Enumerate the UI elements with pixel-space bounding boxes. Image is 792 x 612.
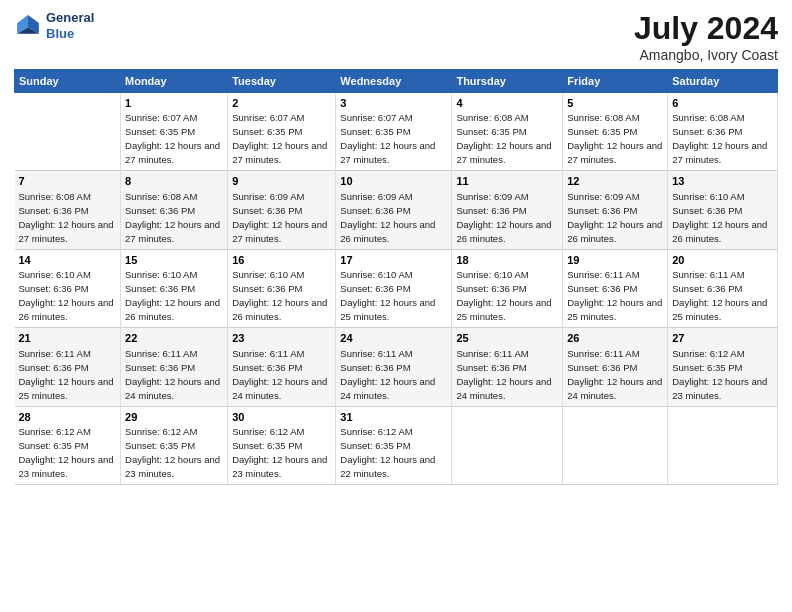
table-row: 12 Sunrise: 6:09 AMSunset: 6:36 PMDaylig…	[563, 171, 668, 249]
cell-info: Sunrise: 6:08 AMSunset: 6:36 PMDaylight:…	[19, 191, 114, 244]
table-row: 7 Sunrise: 6:08 AMSunset: 6:36 PMDayligh…	[15, 171, 121, 249]
logo-icon	[14, 12, 42, 40]
header: General Blue July 2024 Amangbo, Ivory Co…	[14, 10, 778, 63]
day-number: 28	[19, 410, 117, 425]
day-number: 9	[232, 174, 331, 189]
table-row	[15, 93, 121, 171]
day-number: 19	[567, 253, 663, 268]
cell-info: Sunrise: 6:11 AMSunset: 6:36 PMDaylight:…	[567, 348, 662, 401]
table-row: 22 Sunrise: 6:11 AMSunset: 6:36 PMDaylig…	[121, 328, 228, 406]
day-number: 12	[567, 174, 663, 189]
cell-info: Sunrise: 6:11 AMSunset: 6:36 PMDaylight:…	[456, 348, 551, 401]
table-row: 21 Sunrise: 6:11 AMSunset: 6:36 PMDaylig…	[15, 328, 121, 406]
table-row: 3 Sunrise: 6:07 AMSunset: 6:35 PMDayligh…	[336, 93, 452, 171]
cell-info: Sunrise: 6:07 AMSunset: 6:35 PMDaylight:…	[125, 112, 220, 165]
cell-info: Sunrise: 6:10 AMSunset: 6:36 PMDaylight:…	[340, 269, 435, 322]
cell-info: Sunrise: 6:11 AMSunset: 6:36 PMDaylight:…	[232, 348, 327, 401]
cell-info: Sunrise: 6:07 AMSunset: 6:35 PMDaylight:…	[232, 112, 327, 165]
cell-info: Sunrise: 6:10 AMSunset: 6:36 PMDaylight:…	[232, 269, 327, 322]
cell-info: Sunrise: 6:10 AMSunset: 6:36 PMDaylight:…	[125, 269, 220, 322]
cell-info: Sunrise: 6:11 AMSunset: 6:36 PMDaylight:…	[340, 348, 435, 401]
logo: General Blue	[14, 10, 94, 41]
table-row: 29 Sunrise: 6:12 AMSunset: 6:35 PMDaylig…	[121, 406, 228, 484]
page-container: General Blue July 2024 Amangbo, Ivory Co…	[0, 0, 792, 495]
table-row: 25 Sunrise: 6:11 AMSunset: 6:36 PMDaylig…	[452, 328, 563, 406]
title-block: July 2024 Amangbo, Ivory Coast	[634, 10, 778, 63]
subtitle: Amangbo, Ivory Coast	[634, 47, 778, 63]
day-number: 14	[19, 253, 117, 268]
col-thursday: Thursday	[452, 70, 563, 93]
table-row: 11 Sunrise: 6:09 AMSunset: 6:36 PMDaylig…	[452, 171, 563, 249]
table-row: 19 Sunrise: 6:11 AMSunset: 6:36 PMDaylig…	[563, 249, 668, 327]
table-row: 24 Sunrise: 6:11 AMSunset: 6:36 PMDaylig…	[336, 328, 452, 406]
day-number: 26	[567, 331, 663, 346]
table-row: 6 Sunrise: 6:08 AMSunset: 6:36 PMDayligh…	[668, 93, 778, 171]
table-row: 13 Sunrise: 6:10 AMSunset: 6:36 PMDaylig…	[668, 171, 778, 249]
table-row: 26 Sunrise: 6:11 AMSunset: 6:36 PMDaylig…	[563, 328, 668, 406]
calendar-week-row: 21 Sunrise: 6:11 AMSunset: 6:36 PMDaylig…	[15, 328, 778, 406]
table-row	[668, 406, 778, 484]
table-row: 18 Sunrise: 6:10 AMSunset: 6:36 PMDaylig…	[452, 249, 563, 327]
table-row: 1 Sunrise: 6:07 AMSunset: 6:35 PMDayligh…	[121, 93, 228, 171]
table-row: 30 Sunrise: 6:12 AMSunset: 6:35 PMDaylig…	[228, 406, 336, 484]
table-row: 4 Sunrise: 6:08 AMSunset: 6:35 PMDayligh…	[452, 93, 563, 171]
cell-info: Sunrise: 6:08 AMSunset: 6:36 PMDaylight:…	[125, 191, 220, 244]
day-number: 15	[125, 253, 223, 268]
day-number: 21	[19, 331, 117, 346]
day-number: 16	[232, 253, 331, 268]
cell-info: Sunrise: 6:07 AMSunset: 6:35 PMDaylight:…	[340, 112, 435, 165]
day-number: 11	[456, 174, 558, 189]
table-row: 9 Sunrise: 6:09 AMSunset: 6:36 PMDayligh…	[228, 171, 336, 249]
col-sunday: Sunday	[15, 70, 121, 93]
cell-info: Sunrise: 6:11 AMSunset: 6:36 PMDaylight:…	[125, 348, 220, 401]
cell-info: Sunrise: 6:12 AMSunset: 6:35 PMDaylight:…	[340, 426, 435, 479]
table-row: 16 Sunrise: 6:10 AMSunset: 6:36 PMDaylig…	[228, 249, 336, 327]
table-row: 8 Sunrise: 6:08 AMSunset: 6:36 PMDayligh…	[121, 171, 228, 249]
table-row	[452, 406, 563, 484]
day-number: 27	[672, 331, 773, 346]
cell-info: Sunrise: 6:11 AMSunset: 6:36 PMDaylight:…	[672, 269, 767, 322]
table-row: 14 Sunrise: 6:10 AMSunset: 6:36 PMDaylig…	[15, 249, 121, 327]
col-wednesday: Wednesday	[336, 70, 452, 93]
day-number: 20	[672, 253, 773, 268]
calendar-header-row: Sunday Monday Tuesday Wednesday Thursday…	[15, 70, 778, 93]
day-number: 17	[340, 253, 447, 268]
table-row: 5 Sunrise: 6:08 AMSunset: 6:35 PMDayligh…	[563, 93, 668, 171]
cell-info: Sunrise: 6:08 AMSunset: 6:36 PMDaylight:…	[672, 112, 767, 165]
day-number: 8	[125, 174, 223, 189]
table-row	[563, 406, 668, 484]
table-row: 28 Sunrise: 6:12 AMSunset: 6:35 PMDaylig…	[15, 406, 121, 484]
day-number: 23	[232, 331, 331, 346]
cell-info: Sunrise: 6:12 AMSunset: 6:35 PMDaylight:…	[125, 426, 220, 479]
calendar-week-row: 1 Sunrise: 6:07 AMSunset: 6:35 PMDayligh…	[15, 93, 778, 171]
cell-info: Sunrise: 6:08 AMSunset: 6:35 PMDaylight:…	[567, 112, 662, 165]
day-number: 29	[125, 410, 223, 425]
main-title: July 2024	[634, 10, 778, 47]
cell-info: Sunrise: 6:10 AMSunset: 6:36 PMDaylight:…	[456, 269, 551, 322]
day-number: 3	[340, 96, 447, 111]
cell-info: Sunrise: 6:09 AMSunset: 6:36 PMDaylight:…	[232, 191, 327, 244]
day-number: 2	[232, 96, 331, 111]
day-number: 5	[567, 96, 663, 111]
col-tuesday: Tuesday	[228, 70, 336, 93]
calendar-body: 1 Sunrise: 6:07 AMSunset: 6:35 PMDayligh…	[15, 93, 778, 485]
day-number: 1	[125, 96, 223, 111]
table-row: 17 Sunrise: 6:10 AMSunset: 6:36 PMDaylig…	[336, 249, 452, 327]
cell-info: Sunrise: 6:11 AMSunset: 6:36 PMDaylight:…	[567, 269, 662, 322]
day-number: 6	[672, 96, 773, 111]
calendar-week-row: 28 Sunrise: 6:12 AMSunset: 6:35 PMDaylig…	[15, 406, 778, 484]
col-friday: Friday	[563, 70, 668, 93]
table-row: 10 Sunrise: 6:09 AMSunset: 6:36 PMDaylig…	[336, 171, 452, 249]
cell-info: Sunrise: 6:08 AMSunset: 6:35 PMDaylight:…	[456, 112, 551, 165]
day-number: 30	[232, 410, 331, 425]
table-row: 27 Sunrise: 6:12 AMSunset: 6:35 PMDaylig…	[668, 328, 778, 406]
cell-info: Sunrise: 6:12 AMSunset: 6:35 PMDaylight:…	[19, 426, 114, 479]
table-row: 31 Sunrise: 6:12 AMSunset: 6:35 PMDaylig…	[336, 406, 452, 484]
calendar-week-row: 14 Sunrise: 6:10 AMSunset: 6:36 PMDaylig…	[15, 249, 778, 327]
day-number: 10	[340, 174, 447, 189]
cell-info: Sunrise: 6:09 AMSunset: 6:36 PMDaylight:…	[456, 191, 551, 244]
table-row: 15 Sunrise: 6:10 AMSunset: 6:36 PMDaylig…	[121, 249, 228, 327]
calendar-week-row: 7 Sunrise: 6:08 AMSunset: 6:36 PMDayligh…	[15, 171, 778, 249]
cell-info: Sunrise: 6:10 AMSunset: 6:36 PMDaylight:…	[672, 191, 767, 244]
col-saturday: Saturday	[668, 70, 778, 93]
